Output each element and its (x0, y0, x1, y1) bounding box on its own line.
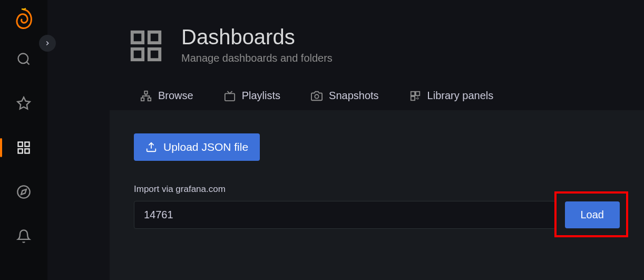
tab-playlists[interactable]: Playlists (224, 90, 280, 110)
tab-snapshots[interactable]: Snapshots (311, 90, 379, 110)
grafana-id-input[interactable] (134, 201, 555, 229)
import-field-label: Import via grafana.com (134, 184, 620, 195)
svg-rect-6 (18, 149, 23, 153)
alerting-icon[interactable] (11, 224, 36, 249)
import-panel: Upload JSON file Import via grafana.com … (110, 110, 644, 280)
tab-browse[interactable]: Browse (140, 90, 193, 110)
tabs: Browse Playlists Snapshots Library panel… (47, 64, 644, 110)
svg-rect-9 (132, 32, 143, 43)
svg-point-0 (18, 54, 28, 64)
svg-rect-12 (132, 49, 143, 60)
svg-rect-18 (411, 91, 414, 95)
svg-rect-20 (411, 96, 414, 100)
tab-playlists-label: Playlists (242, 90, 280, 102)
svg-marker-8 (21, 189, 26, 195)
svg-rect-5 (25, 149, 29, 153)
svg-rect-16 (225, 93, 235, 101)
svg-line-1 (26, 62, 29, 64)
import-input-row: Load (134, 201, 620, 229)
svg-point-7 (17, 186, 30, 198)
dashboards-icon[interactable] (11, 135, 36, 160)
star-icon[interactable] (11, 91, 36, 116)
svg-rect-19 (415, 91, 419, 95)
sidebar-expand-toggle[interactable] (39, 35, 56, 52)
sidebar (0, 0, 47, 280)
grafana-logo[interactable] (11, 6, 36, 32)
svg-rect-15 (148, 98, 151, 101)
tab-browse-label: Browse (158, 90, 193, 102)
upload-json-button[interactable]: Upload JSON file (134, 133, 260, 161)
page-title: Dashboards (181, 25, 333, 49)
page-subtitle: Manage dashboards and folders (181, 52, 333, 64)
svg-rect-3 (18, 142, 23, 147)
search-icon[interactable] (11, 46, 36, 72)
svg-rect-14 (141, 98, 144, 101)
main-content: Dashboards Manage dashboards and folders… (47, 0, 644, 280)
explore-icon[interactable] (11, 179, 36, 205)
svg-rect-11 (149, 49, 160, 60)
svg-point-17 (315, 94, 318, 98)
svg-marker-2 (17, 97, 30, 109)
svg-rect-4 (25, 142, 29, 147)
load-button[interactable]: Load (565, 201, 620, 228)
upload-json-label: Upload JSON file (163, 141, 248, 153)
svg-rect-10 (149, 32, 160, 43)
tab-library-panels-label: Library panels (427, 90, 494, 102)
tab-library-panels[interactable]: Library panels (409, 90, 494, 110)
dashboards-page-icon (128, 27, 164, 64)
svg-rect-13 (144, 91, 148, 94)
tab-snapshots-label: Snapshots (329, 90, 379, 102)
page-header: Dashboards Manage dashboards and folders (47, 0, 644, 64)
